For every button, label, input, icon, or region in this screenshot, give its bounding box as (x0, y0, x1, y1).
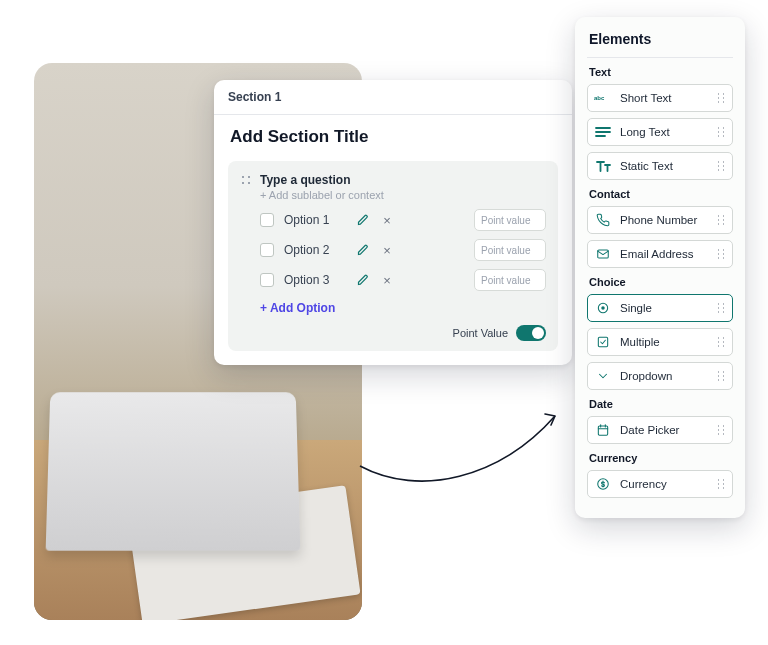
add-option-button[interactable]: + Add Option (260, 301, 546, 315)
sublabel-prompt[interactable]: + Add sublabel or context (260, 189, 546, 201)
question-prompt[interactable]: Type a question (260, 173, 350, 187)
option-checkbox[interactable] (260, 243, 274, 257)
svg-text:abc: abc (594, 95, 605, 101)
element-label: Multiple (620, 336, 708, 348)
drag-grip-icon[interactable] (716, 160, 726, 172)
form-builder-card: Section 1 Add Section Title Type a quest… (214, 80, 572, 365)
element-phone[interactable]: Phone Number (587, 206, 733, 234)
phone-icon (594, 211, 612, 229)
svg-rect-7 (598, 337, 607, 346)
option-checkbox[interactable] (260, 213, 274, 227)
elements-panel: Elements Text abc Short Text Long Text S… (575, 17, 745, 518)
currency-icon (594, 475, 612, 493)
element-group-label: Currency (589, 452, 733, 464)
element-email[interactable]: Email Address (587, 240, 733, 268)
option-checkbox[interactable] (260, 273, 274, 287)
section-title-input[interactable]: Add Section Title (214, 115, 572, 151)
connector-arrow (350, 388, 570, 508)
element-dropdown[interactable]: Dropdown (587, 362, 733, 390)
element-date[interactable]: Date Picker (587, 416, 733, 444)
point-value-input[interactable]: Point value (474, 239, 546, 261)
remove-icon[interactable]: × (380, 243, 394, 258)
element-single[interactable]: Single (587, 294, 733, 322)
option-row: Option 1 × Point value (260, 209, 546, 231)
drag-grip-icon[interactable] (716, 126, 726, 138)
date-icon (594, 421, 612, 439)
element-static-text[interactable]: Static Text (587, 152, 733, 180)
drag-grip-icon[interactable] (716, 478, 726, 490)
remove-icon[interactable]: × (380, 213, 394, 228)
edit-icon[interactable] (356, 273, 370, 287)
drag-grip-icon[interactable] (716, 424, 726, 436)
section-label: Section 1 (214, 80, 572, 115)
drag-handle-icon[interactable] (240, 174, 252, 186)
remove-icon[interactable]: × (380, 273, 394, 288)
drag-grip-icon[interactable] (716, 302, 726, 314)
element-label: Single (620, 302, 708, 314)
drag-grip-icon[interactable] (716, 92, 726, 104)
option-label[interactable]: Option 2 (284, 243, 346, 257)
element-group-label: Date (589, 398, 733, 410)
point-value-toggle[interactable] (516, 325, 546, 341)
point-value-input[interactable]: Point value (474, 209, 546, 231)
static-text-icon (594, 157, 612, 175)
edit-icon[interactable] (356, 243, 370, 257)
element-label: Email Address (620, 248, 708, 260)
drag-grip-icon[interactable] (716, 336, 726, 348)
element-label: Date Picker (620, 424, 708, 436)
option-row: Option 3 × Point value (260, 269, 546, 291)
edit-icon[interactable] (356, 213, 370, 227)
point-value-input[interactable]: Point value (474, 269, 546, 291)
option-row: Option 2 × Point value (260, 239, 546, 261)
element-group-label: Text (589, 66, 733, 78)
dropdown-icon (594, 367, 612, 385)
question-block: Type a question + Add sublabel or contex… (228, 161, 558, 351)
option-label[interactable]: Option 1 (284, 213, 346, 227)
element-multiple[interactable]: Multiple (587, 328, 733, 356)
multiple-icon (594, 333, 612, 351)
element-long-text[interactable]: Long Text (587, 118, 733, 146)
element-label: Long Text (620, 126, 708, 138)
option-label[interactable]: Option 3 (284, 273, 346, 287)
drag-grip-icon[interactable] (716, 214, 726, 226)
element-currency[interactable]: Currency (587, 470, 733, 498)
element-label: Short Text (620, 92, 708, 104)
element-label: Dropdown (620, 370, 708, 382)
point-value-label: Point Value (453, 327, 508, 339)
short-text-icon: abc (594, 89, 612, 107)
single-icon (594, 299, 612, 317)
email-icon (594, 245, 612, 263)
element-label: Phone Number (620, 214, 708, 226)
element-label: Static Text (620, 160, 708, 172)
long-text-icon (594, 123, 612, 141)
drag-grip-icon[interactable] (716, 370, 726, 382)
elements-title: Elements (587, 29, 733, 58)
element-label: Currency (620, 478, 708, 490)
element-short-text[interactable]: abc Short Text (587, 84, 733, 112)
drag-grip-icon[interactable] (716, 248, 726, 260)
element-group-label: Choice (589, 276, 733, 288)
svg-point-6 (601, 306, 605, 310)
element-group-label: Contact (589, 188, 733, 200)
svg-rect-8 (598, 426, 607, 435)
